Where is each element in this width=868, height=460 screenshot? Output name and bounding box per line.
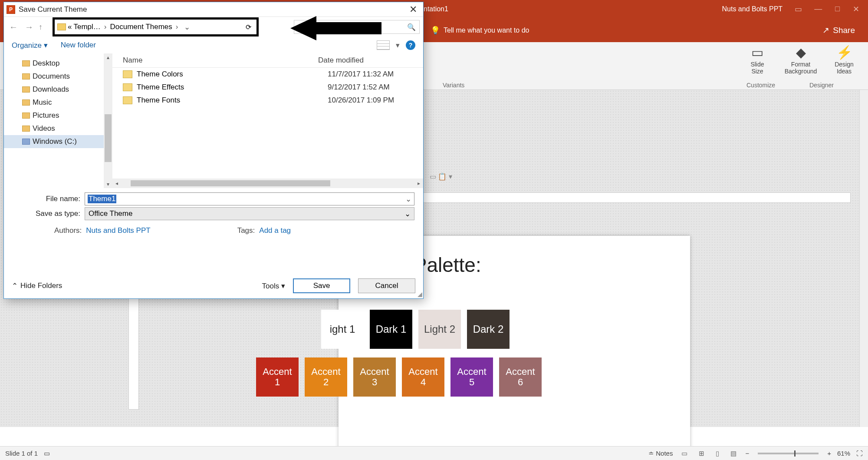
chevron-right-icon[interactable]: › (102, 23, 108, 31)
scroll-down-icon[interactable]: ▾ (104, 181, 112, 187)
format-bg-icon: ◆ (796, 45, 806, 60)
folder-tree[interactable]: DesktopDocumentsDownloadsMusicPicturesVi… (4, 53, 112, 188)
maximize-icon[interactable]: □ (835, 4, 840, 14)
column-name[interactable]: Name (123, 56, 318, 65)
search-partial-s: S (298, 23, 302, 31)
file-row[interactable]: Theme Effects9/12/2017 1:52 AM (112, 81, 423, 94)
save-button[interactable]: Save (293, 278, 350, 293)
file-name-input[interactable]: Theme1 ⌄ (85, 192, 414, 205)
dialog-close-icon[interactable]: ✕ (406, 4, 421, 15)
palette-row-1: ight 1Dark 1Light 2Dark 2 (321, 310, 510, 349)
slide-size-button[interactable]: ▭ Slide Size (738, 45, 777, 75)
view-reading-icon[interactable]: ▯ (713, 450, 722, 457)
filename-dropdown-icon[interactable]: ⌄ (405, 195, 411, 204)
zoom-percent[interactable]: 61% (837, 450, 850, 457)
search-icon: 🔍 (407, 23, 416, 31)
view-mode-dropdown[interactable] (377, 40, 390, 50)
palette-swatch: Light 2 (418, 310, 461, 349)
folder-icon (22, 126, 30, 132)
save-type-value: Office Theme (89, 209, 132, 218)
file-row[interactable]: Theme Colors11/7/2017 11:32 AM (112, 68, 423, 81)
tree-item[interactable]: Downloads (22, 83, 112, 96)
design-ideas-button[interactable]: ⚡ Design Ideas (825, 45, 864, 75)
view-slideshow-icon[interactable]: ▤ (728, 450, 739, 457)
chevron-up-icon: ⌃ (12, 281, 18, 291)
nav-back-icon[interactable]: ← (7, 22, 20, 32)
breadcrumb-part-2[interactable]: Document Themes (110, 23, 172, 31)
file-row[interactable]: Theme Fonts10/26/2017 1:09 PM (112, 94, 423, 107)
authors-label: Authors: (54, 226, 82, 235)
folder-icon (22, 73, 30, 79)
view-normal-icon[interactable]: ▭ (679, 450, 690, 457)
group-label-designer: Designer (809, 82, 834, 89)
minimize-icon[interactable]: — (814, 4, 822, 14)
spellcheck-icon[interactable]: ▭ (44, 450, 50, 457)
new-folder-button[interactable]: New folder (61, 41, 96, 50)
tree-item[interactable]: Windows (C:) (4, 135, 112, 148)
dialog-nav-row: ← → ↑ « Templ… › Document Themes › ⌄ ⟳ S… (4, 17, 423, 37)
tools-dropdown[interactable]: Tools ▾ (262, 281, 285, 291)
project-name: Nuts and Bolts PPT (722, 5, 783, 13)
file-name-label: File name: (15, 195, 85, 203)
palette-swatch: Accent4 (402, 357, 444, 397)
file-list[interactable]: Name Date modified Theme Colors11/7/2017… (112, 53, 423, 188)
resize-grip-icon[interactable]: ◢ (418, 291, 422, 298)
refresh-icon[interactable]: ⟳ (243, 23, 254, 31)
folder-icon (123, 96, 132, 104)
zoom-in-icon[interactable]: + (827, 450, 831, 457)
folder-icon (22, 60, 30, 66)
scroll-left-icon[interactable]: ◂ (112, 180, 121, 186)
lightbulb-icon: 💡 (431, 26, 440, 35)
address-dropdown-icon[interactable]: ⌄ (181, 23, 193, 32)
scroll-up-icon[interactable]: ▴ (104, 54, 112, 60)
type-dropdown-icon[interactable]: ⌄ (404, 209, 411, 218)
zoom-slider[interactable] (758, 453, 819, 454)
nav-up-icon[interactable]: ↑ (39, 23, 49, 32)
help-icon[interactable]: ? (406, 40, 415, 50)
save-theme-dialog: P Save Current Theme ✕ ← → ↑ « Templ… › … (3, 2, 424, 299)
nav-forward-icon[interactable]: → (23, 22, 35, 32)
dialog-title-bar[interactable]: P Save Current Theme ✕ (4, 2, 423, 17)
view-dropdown-icon[interactable]: ▾ (396, 41, 400, 50)
status-bar: Slide 1 of 1 ▭ ≐ Notes ▭ ⊞ ▯ ▤ − + 61% ⛶ (0, 446, 868, 460)
address-bar[interactable]: « Templ… › Document Themes › ⌄ ⟳ (53, 17, 259, 36)
palette-swatch: ight 1 (321, 310, 364, 349)
file-list-header[interactable]: Name Date modified (112, 53, 423, 68)
share-icon: ↗ (822, 25, 829, 35)
fit-to-window-icon[interactable]: ⛶ (856, 450, 863, 457)
dialog-fields: File name: Theme1 ⌄ Save as type: Office… (4, 188, 423, 235)
tell-me-input[interactable]: Tell me what you want to do (444, 26, 529, 34)
tree-item[interactable]: Pictures (22, 109, 112, 122)
view-sorter-icon[interactable]: ⊞ (696, 450, 707, 457)
tree-item[interactable]: Music (22, 96, 112, 109)
chevron-right-icon[interactable]: › (174, 23, 180, 31)
vertical-scrollbar[interactable] (859, 90, 868, 427)
palette-swatch: Accent2 (305, 357, 347, 397)
organize-dropdown[interactable]: Organize ▾ (12, 41, 48, 50)
breadcrumb-part-1[interactable]: Templ… (73, 23, 100, 31)
search-field[interactable]: S cument Themes 🔍 (294, 20, 420, 34)
ribbon-display-icon[interactable]: ▭ (795, 4, 802, 14)
tree-item[interactable]: Videos (22, 122, 112, 135)
file-hscrollbar[interactable]: ◂ ▸ (112, 179, 423, 188)
column-date[interactable]: Date modified (318, 56, 414, 65)
dialog-footer: ⌃ Hide Folders Tools ▾ Save Cancel (12, 278, 415, 293)
hide-folders-toggle[interactable]: ⌃ Hide Folders (12, 281, 62, 291)
tags-value[interactable]: Add a tag (259, 226, 291, 235)
tree-item[interactable]: Documents (22, 70, 112, 83)
close-window-icon[interactable]: ✕ (853, 4, 859, 14)
save-type-dropdown[interactable]: Office Theme ⌄ (85, 207, 414, 220)
authors-value[interactable]: Nuts and Bolts PPT (86, 226, 150, 235)
hscrollbar-thumb[interactable] (131, 180, 330, 186)
folder-icon (22, 113, 30, 119)
notes-button[interactable]: ≐ Notes (648, 450, 673, 457)
scroll-right-icon[interactable]: ▸ (414, 180, 423, 186)
tree-item[interactable]: Desktop (22, 57, 112, 70)
scrollbar-thumb[interactable] (105, 114, 112, 162)
paste-options-popup[interactable]: ▭ 📋 ▾ (430, 172, 452, 181)
format-background-button[interactable]: ◆ Format Background (781, 45, 820, 75)
tree-scrollbar[interactable]: ▴ ▾ (104, 53, 112, 188)
cancel-button[interactable]: Cancel (358, 278, 415, 293)
zoom-out-icon[interactable]: − (745, 450, 749, 457)
share-button[interactable]: ↗ Share (822, 25, 868, 35)
